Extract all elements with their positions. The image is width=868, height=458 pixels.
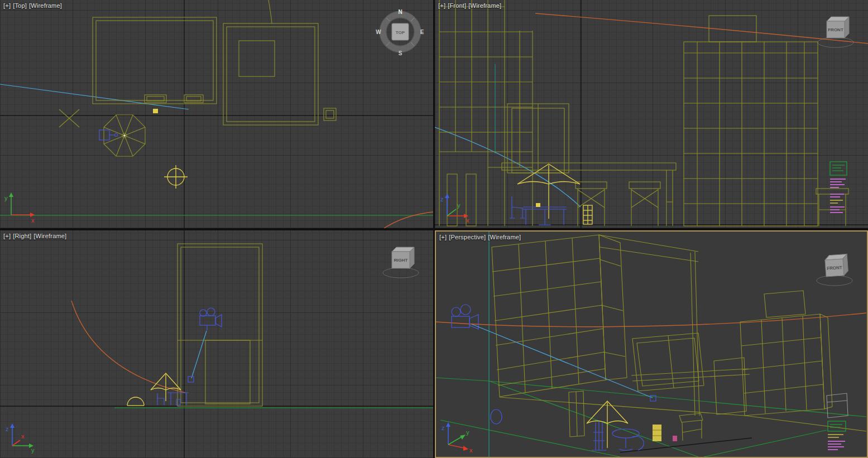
- viewcube-perspective[interactable]: FRONT: [811, 252, 858, 287]
- axis-z-label: z: [440, 196, 444, 203]
- axis-y-label: y: [466, 429, 469, 436]
- axis-x-label: x: [21, 433, 25, 440]
- axis-tripod-perspective: z x y: [439, 419, 478, 454]
- axis-tripod-right: y z x: [3, 420, 42, 455]
- viewport-menu-shading[interactable]: [Wireframe]: [488, 234, 521, 240]
- axis-z-label: z: [442, 425, 445, 431]
- compass-east[interactable]: E: [420, 29, 424, 35]
- scene-text-object-yellow[interactable]: [828, 435, 843, 437]
- umbrella-side-wireframe[interactable]: [151, 373, 181, 401]
- right-buildings-wireframe[interactable]: [500, 291, 866, 431]
- viewport-menu-general[interactable]: [+]: [438, 2, 445, 9]
- scene-text-object-green[interactable]: [828, 421, 846, 431]
- viewport-menu-general[interactable]: [+]: [3, 2, 11, 9]
- viewcube-right[interactable]: RIGHT: [377, 244, 424, 279]
- viewport-menu-pov[interactable]: [Right]: [13, 233, 31, 239]
- viewport-label-perspective: [+] [Perspective] [Wireframe]: [439, 234, 521, 240]
- building-a-wireframe[interactable]: [93, 17, 217, 104]
- glass-box-wireframe[interactable]: [631, 333, 750, 391]
- dark-ground-line: [620, 438, 752, 452]
- axis-x-label: x: [31, 217, 35, 224]
- camera-sight-line: [191, 331, 207, 378]
- scene-text-object-purple[interactable]: [830, 179, 846, 197]
- viewport-label-top: [+] [Top] [Wireframe]: [3, 2, 62, 9]
- yellow-marker[interactable]: [153, 109, 158, 113]
- axis-x-label: x: [466, 217, 469, 224]
- umbrella-perspective-wireframe[interactable]: [587, 401, 628, 448]
- viewport-perspective[interactable]: [+] [Perspective] [Wireframe] FRONT z x …: [435, 230, 868, 458]
- orange-spline[interactable]: [384, 212, 433, 228]
- top-scene-canvas[interactable]: [0, 0, 433, 228]
- viewcube-face-label: FRONT: [828, 27, 843, 32]
- door-wireframe[interactable]: [569, 391, 584, 437]
- chair-table-wireframe[interactable]: [510, 196, 567, 225]
- building-b-wireframe[interactable]: [223, 0, 318, 125]
- umbrella-top-wireframe[interactable]: [104, 115, 145, 156]
- scene-text-object-yellow[interactable]: [830, 200, 843, 203]
- scene-text-object-green[interactable]: [830, 162, 847, 175]
- axis-tripod-top: x y: [3, 190, 42, 225]
- bench-wireframes[interactable]: [145, 95, 203, 103]
- orange-spline[interactable]: [71, 301, 185, 393]
- perspective-scene-canvas[interactable]: [436, 232, 867, 457]
- planter-wireframe[interactable]: [324, 108, 336, 120]
- viewport-menu-shading[interactable]: [Wireframe]: [29, 2, 62, 9]
- canopy-wireframe[interactable]: [502, 163, 676, 226]
- glass-box-wireframe[interactable]: [507, 104, 569, 173]
- viewport-menu-general[interactable]: [+]: [3, 233, 11, 239]
- magenta-object[interactable]: [673, 436, 677, 441]
- umbrella-front-wireframe[interactable]: [517, 164, 580, 219]
- right-building-wireframe[interactable]: [684, 16, 818, 226]
- building-wireframe[interactable]: [178, 244, 262, 406]
- compass-south[interactable]: S: [399, 50, 402, 56]
- compass-north[interactable]: N: [398, 9, 402, 15]
- viewport-right[interactable]: [+] [Right] [Wireframe] RIGHT y z x: [0, 230, 433, 458]
- axis-y-label: y: [457, 202, 461, 209]
- viewcube-top-label: TOP: [396, 30, 405, 35]
- viewport-label-right: [+] [Right] [Wireframe]: [3, 233, 66, 239]
- max-viewport-layout: [+] [Top] [Wireframe] TOP N W S E x: [0, 0, 868, 458]
- viewcube-compass[interactable]: TOP N W S E: [375, 6, 426, 57]
- viewport-menu-general[interactable]: [+]: [439, 234, 447, 240]
- viewport-menu-shading[interactable]: [Wireframe]: [468, 2, 501, 9]
- chairs-table-wireframe[interactable]: [592, 421, 644, 451]
- axis-z-label: z: [6, 426, 9, 432]
- stool-wireframes[interactable]: [576, 182, 660, 226]
- compass-west[interactable]: W: [376, 29, 381, 35]
- front-scene-canvas[interactable]: [435, 0, 868, 228]
- scene-text-object-purple[interactable]: [828, 441, 845, 450]
- viewport-menu-pov[interactable]: [Top]: [13, 2, 27, 9]
- viewcube-front[interactable]: FRONT: [812, 13, 859, 49]
- right-scene-canvas[interactable]: [0, 230, 433, 458]
- world-axis-lines: [0, 230, 433, 458]
- dome-wireframe[interactable]: [127, 397, 144, 406]
- ladder-wireframe[interactable]: [583, 205, 592, 224]
- x-marker[interactable]: [59, 109, 79, 127]
- axis-tripod-front: x z y: [438, 190, 477, 225]
- axis-y-label: y: [4, 195, 8, 201]
- stool-wireframe[interactable]: [679, 413, 703, 441]
- viewport-menu-pov[interactable]: [Front]: [448, 2, 466, 9]
- crate-object[interactable]: [653, 425, 661, 441]
- bush-wireframe[interactable]: [491, 409, 502, 424]
- viewcube-face-label: FRONT: [827, 265, 842, 271]
- viewport-menu-pov[interactable]: [Perspective]: [449, 234, 486, 240]
- axis-y-label: y: [31, 447, 35, 454]
- viewcube-face-label: RIGHT: [394, 258, 408, 263]
- viewport-front[interactable]: [+] [Front] [Wireframe] FRONT x z y: [435, 0, 868, 228]
- viewport-menu-shading[interactable]: [Wireframe]: [33, 233, 66, 239]
- viewport-top[interactable]: [+] [Top] [Wireframe] TOP N W S E x: [0, 0, 433, 228]
- axis-x-label: x: [469, 447, 473, 454]
- teapot-marker[interactable]: [536, 203, 540, 207]
- viewport-label-front: [+] [Front] [Wireframe]: [438, 2, 501, 9]
- camera-target[interactable]: [188, 377, 194, 382]
- ground-grid-lines: [436, 378, 866, 457]
- camera-icon-side[interactable]: [200, 308, 222, 330]
